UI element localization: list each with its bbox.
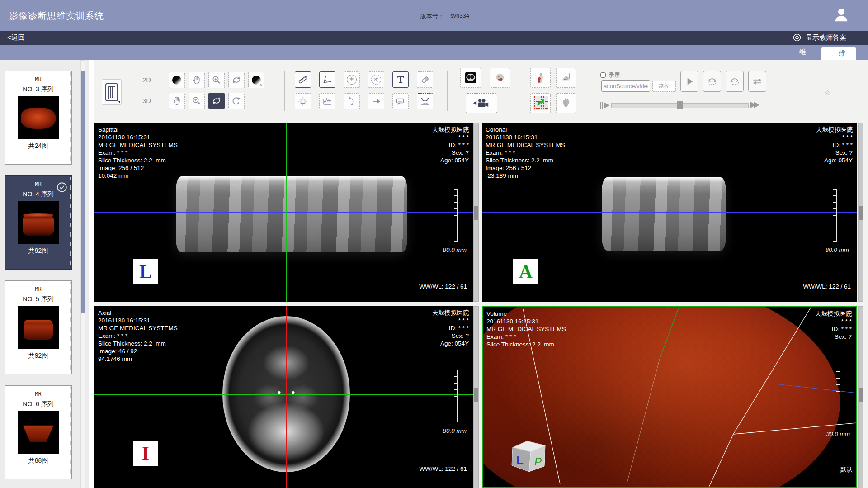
record-screen-checkbox[interactable]: 录屏 (600, 71, 620, 79)
export-video-button[interactable] (466, 93, 497, 113)
zoom-in-icon (211, 75, 222, 85)
series-thumbnail (18, 306, 59, 349)
orientation-letter-L: L (133, 259, 158, 284)
series-card-no5[interactable]: MR NO. 5 序列 共92图 (5, 280, 72, 374)
tool-3d-zoom[interactable] (189, 93, 205, 109)
play-icon (684, 76, 695, 87)
sagittal-info-right: 天堰模拟医院* * *ID: * * *Sex: ?Age: 054Y (432, 126, 469, 164)
series-card-no4[interactable]: MR NO. 4 序列 共92图 (5, 175, 72, 270)
show-teacher-answer-button[interactable]: 显示教师答案 (792, 33, 846, 43)
tool-ruler[interactable] (295, 71, 311, 88)
tool-3d-reset[interactable] (228, 93, 245, 109)
series-title: NO. 4 序列 (23, 190, 53, 199)
axial-info-left: Axial20161130 16:15:31MR GE MEDICAL SYST… (98, 309, 178, 363)
tool-2d-window-level-reset[interactable]: c (248, 72, 264, 88)
secondary-focus-circle-icon: 次 (371, 75, 381, 85)
series-card-no3[interactable]: MR NO. 3 序列 共24图 (5, 71, 72, 165)
tool-comment[interactable] (392, 93, 409, 109)
tool-arrow-annotation[interactable] (368, 93, 384, 109)
sagittal-scale-ruler (454, 189, 458, 242)
record-screen-label: 录屏 (609, 71, 620, 79)
eraser-icon (420, 74, 430, 85)
tool-2d-rotate[interactable] (228, 72, 245, 88)
viewport-sagittal[interactable]: Sagittal20161130 16:15:31MR GE MEDICAL S… (94, 123, 473, 302)
video-path-input[interactable] (601, 80, 650, 92)
preset-segmentation-button[interactable] (530, 93, 551, 113)
sagittal-info-left: Sagittal20161130 16:15:31MR GE MEDICAL S… (98, 126, 178, 180)
scrollbar-thumb[interactable] (474, 388, 478, 402)
tab-2d[interactable]: 二维 (788, 48, 811, 57)
tool-secondary-focus[interactable]: 次 (368, 71, 384, 88)
animation-slider-thumb[interactable] (677, 101, 683, 109)
coronal-slice-scrollbar[interactable] (858, 123, 863, 302)
crosshair-vertical-red[interactable] (286, 306, 287, 488)
volume-preset-label[interactable]: 默认 (840, 466, 853, 474)
scrollbar-thumb[interactable] (859, 388, 863, 402)
series-card-no6[interactable]: MR NO. 6 序列 共88图 (5, 385, 72, 479)
user-avatar-icon[interactable] (833, 6, 850, 24)
volume-scrollbar[interactable] (858, 306, 863, 488)
crosshair-horizontal-blue[interactable] (94, 212, 473, 213)
orientation-letter-A: A (513, 259, 538, 284)
viewport-volume[interactable]: Volume20161130 16:15:31MR GE MEDICAL SYS… (482, 306, 857, 488)
sagittal-slice-scrollbar[interactable] (473, 123, 479, 302)
tool-intensity-profile[interactable] (319, 93, 335, 109)
tool-angle[interactable] (319, 71, 335, 88)
tool-spline-curve[interactable] (344, 93, 360, 109)
tool-2d-window-level[interactable] (169, 72, 185, 88)
rotate-left-button[interactable] (726, 71, 744, 92)
crosshair-horizontal-blue[interactable] (482, 212, 857, 213)
viewport-axial[interactable]: Axial20161130 16:15:31MR GE MEDICAL SYST… (94, 306, 473, 488)
sidebar-scrollbar[interactable] (80, 60, 85, 488)
crosshair-horizontal-green[interactable] (94, 394, 473, 395)
comment-icon (395, 96, 406, 107)
scrollbar-thumb[interactable] (859, 206, 863, 220)
tool-roi-box[interactable] (295, 93, 311, 109)
volume-info-left: Volume20161130 16:15:31MR GE MEDICAL SYS… (486, 310, 566, 348)
tool-2d-zoom[interactable] (208, 72, 225, 88)
axial-slice-scrollbar[interactable] (473, 306, 479, 488)
back-button[interactable]: <返回 (7, 33, 25, 42)
rotate-right-icon (706, 76, 718, 87)
tool-text-annotation[interactable]: T (392, 71, 409, 88)
tab-3d[interactable]: 三维 (821, 47, 856, 60)
preset-knee-button[interactable] (530, 68, 551, 88)
text-annotation-icon: T (397, 74, 404, 85)
mode-3d-label: 3D (142, 97, 151, 104)
preset-foot-button[interactable] (556, 68, 576, 88)
swap-direction-button[interactable] (748, 71, 766, 92)
preset-lung-ct-button[interactable] (460, 68, 481, 88)
window-level-icon (172, 76, 181, 85)
series-modality: MR (35, 286, 41, 293)
preset-skull-3d-button[interactable] (490, 68, 510, 88)
preset-heart-button[interactable] (556, 93, 576, 113)
layout-chooser-button[interactable] (102, 79, 122, 105)
tool-eraser[interactable] (417, 71, 433, 88)
slider-fast-forward-control[interactable] (750, 102, 760, 108)
tool-3d-rotate[interactable] (208, 93, 225, 109)
eye-icon (792, 33, 802, 43)
tool-curve-ruler[interactable] (417, 93, 433, 109)
layout-grid-icon (105, 83, 118, 101)
series-title: NO. 5 序列 (23, 295, 53, 303)
scrollbar-thumb[interactable] (474, 206, 478, 220)
path-button[interactable]: 路径 (652, 81, 676, 92)
mode-2d-label: 2D (142, 76, 151, 84)
tool-2d-pan[interactable] (189, 72, 205, 88)
app-title: 影像诊断思维实训系统 (9, 10, 104, 22)
orientation-cube[interactable]: L P (509, 437, 550, 476)
sidebar-scrollbar-thumb[interactable] (81, 71, 85, 313)
crosshair-vertical-red[interactable] (667, 123, 667, 302)
viewport-coronal[interactable]: Coronal20161130 16:15:31MR GE MEDICAL SY… (482, 123, 857, 302)
rotate-right-button[interactable] (703, 71, 721, 92)
angle-icon (322, 74, 333, 85)
crosshair-vertical-green[interactable] (286, 123, 287, 302)
record-screen-checkbox-input[interactable] (600, 72, 606, 78)
show-teacher-answer-label: 显示教师答案 (806, 33, 846, 42)
slider-step-back-control[interactable] (600, 102, 609, 109)
tool-3d-pan[interactable] (169, 93, 185, 109)
collapse-toolbar-button[interactable] (823, 88, 832, 97)
play-button[interactable] (680, 71, 698, 92)
tool-main-focus[interactable]: 主 (344, 71, 360, 88)
orientation-letter-I: I (133, 441, 158, 466)
